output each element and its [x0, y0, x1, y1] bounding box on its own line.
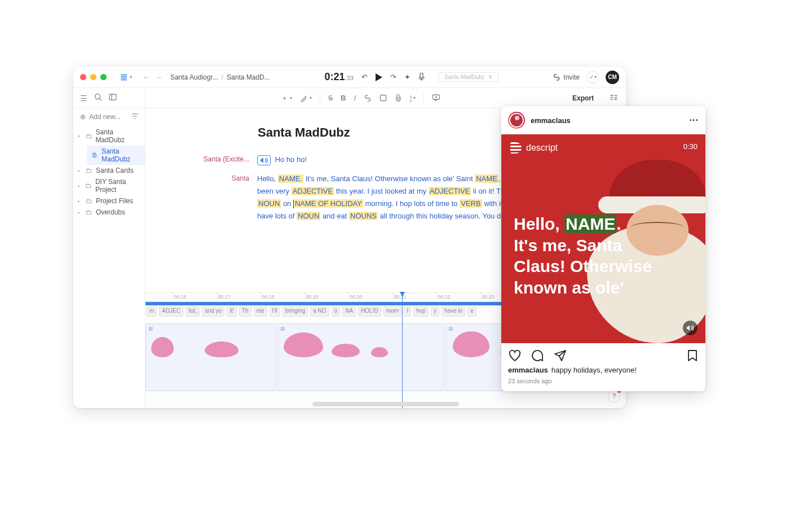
- svg-point-8: [612, 94, 613, 95]
- close-window-button[interactable]: [80, 74, 86, 80]
- add-new-label: Add new...: [89, 113, 121, 121]
- link-button[interactable]: [364, 94, 372, 102]
- speaker-label[interactable]: Santa (Excite...: [165, 154, 249, 163]
- clip-icon: ▦: [280, 326, 285, 331]
- tree-folder[interactable]: ▾ 🗀 Santa MadDubz: [73, 126, 145, 146]
- mic-button[interactable]: [418, 73, 425, 81]
- highlight-button[interactable]: ▾: [300, 94, 312, 102]
- chevron-down-icon: ▾: [130, 75, 132, 80]
- tree-label: Santa MadDubz: [96, 128, 142, 144]
- italic-button[interactable]: I: [354, 94, 356, 102]
- caret-right-icon: ▸: [78, 183, 82, 189]
- filter-button[interactable]: [131, 113, 138, 121]
- playhead[interactable]: [402, 293, 403, 408]
- bold-button[interactable]: B: [341, 94, 346, 102]
- ig-caption: emmaclaushappy holidays, everyone!: [501, 366, 705, 376]
- ig-caption-user[interactable]: emmaclaus: [508, 366, 548, 374]
- word-clip[interactable]: have lo: [442, 306, 465, 317]
- word-clip[interactable]: me: [254, 306, 267, 317]
- app-logo-icon: ≣: [120, 72, 127, 82]
- word-clip[interactable]: o: [332, 306, 341, 317]
- app-menu-button[interactable]: ≣ ▾: [118, 71, 134, 84]
- minimize-window-button[interactable]: [90, 74, 96, 80]
- ig-share-button[interactable]: [553, 349, 567, 362]
- word-clip[interactable]: ADJEC: [159, 306, 183, 317]
- ig-comment-button[interactable]: [531, 349, 544, 362]
- word-clip[interactable]: m: [147, 306, 157, 317]
- search-button[interactable]: [94, 93, 102, 103]
- invite-button[interactable]: Invite: [553, 73, 580, 81]
- invite-label: Invite: [563, 73, 580, 81]
- tree-label: Project Files: [96, 197, 133, 205]
- layout-toggle-button[interactable]: [610, 93, 618, 103]
- tree-doc-active[interactable]: 🗎 Santa MadDubz: [87, 146, 145, 165]
- tree-label: Santa MadDubz: [102, 147, 142, 163]
- ig-like-button[interactable]: [508, 349, 522, 362]
- word-clip[interactable]: it!: [227, 306, 237, 317]
- comment-button[interactable]: [432, 94, 440, 102]
- ig-media[interactable]: descript 0:30 Hello, NAME.It's me, Santa…: [501, 134, 705, 343]
- word-clip[interactable]: morn: [383, 306, 402, 317]
- ig-username[interactable]: emmaclaus: [531, 116, 571, 125]
- speaker-label[interactable]: Santa: [165, 173, 249, 182]
- word-clip[interactable]: Th: [239, 306, 251, 317]
- user-avatar[interactable]: CM: [606, 71, 619, 84]
- word-clip[interactable]: list,: [186, 306, 200, 317]
- svg-rect-2: [109, 94, 116, 100]
- ig-save-button[interactable]: [686, 349, 699, 362]
- insert-button[interactable]: ＋▾: [281, 93, 292, 103]
- strikethrough-button[interactable]: S̶: [328, 94, 333, 102]
- hamburger-button[interactable]: ☰: [80, 94, 87, 103]
- recorder-target-pill[interactable]: Santa MadDubz ⇅: [438, 72, 498, 82]
- caret-down-icon: ▾: [78, 134, 82, 139]
- help-button[interactable]: ?: [608, 390, 620, 402]
- word-clip[interactable]: a NO: [310, 306, 329, 317]
- nav-back-button[interactable]: ←: [142, 73, 150, 82]
- tree-folder[interactable]: ▸ 🗀 Overdubs: [73, 207, 145, 218]
- export-button[interactable]: Export: [572, 94, 594, 102]
- script-text[interactable]: Ho ho ho!: [275, 155, 307, 164]
- divider-button[interactable]: ¦▾: [410, 94, 416, 102]
- window-controls: [80, 74, 107, 80]
- square-button[interactable]: [379, 94, 387, 102]
- word-clip[interactable]: I: [404, 306, 411, 317]
- word-clip[interactable]: I'll: [270, 306, 280, 317]
- timecode: 0:21.33: [325, 71, 354, 83]
- descript-brand: descript: [510, 142, 558, 154]
- breadcrumb-item[interactable]: Santa MadD...: [227, 73, 270, 81]
- link-icon: [553, 73, 561, 81]
- fullscreen-window-button[interactable]: [100, 74, 107, 80]
- magic-button[interactable]: ✦: [404, 73, 411, 81]
- attach-button[interactable]: [395, 94, 402, 102]
- play-button[interactable]: [376, 73, 382, 81]
- panel-toggle-button[interactable]: [109, 93, 117, 103]
- redo-button[interactable]: ↷: [390, 73, 396, 81]
- ig-more-button[interactable]: ···: [690, 115, 699, 125]
- status-check-button[interactable]: ✓▾: [586, 71, 599, 84]
- ig-avatar: [509, 113, 524, 128]
- folder-icon: 🗀: [86, 197, 92, 205]
- tree-folder[interactable]: ▸ 🗀 Santa Cards: [73, 165, 145, 176]
- ig-action-bar: [501, 343, 705, 366]
- add-new-button[interactable]: ⊕ Add new...: [73, 108, 145, 125]
- audio-clip-icon[interactable]: [257, 155, 271, 165]
- word-clip[interactable]: and yo: [202, 306, 224, 317]
- tree-folder[interactable]: ▸ 🗀 DIY Santa Project: [73, 176, 145, 195]
- nav-forward-button[interactable]: →: [155, 73, 162, 82]
- timeline-scrollbar[interactable]: [312, 402, 459, 406]
- tree-folder[interactable]: ▸ 🗀 Project Files: [73, 195, 145, 207]
- word-clip[interactable]: HOLID: [358, 306, 381, 317]
- undo-button[interactable]: ↶: [361, 73, 368, 81]
- descript-label: descript: [526, 143, 558, 153]
- word-clip[interactable]: bringing: [283, 306, 308, 317]
- descript-logo-icon: [510, 142, 522, 154]
- word-clip[interactable]: y: [431, 306, 439, 317]
- word-clip[interactable]: NA: [342, 306, 356, 317]
- ig-audio-toggle[interactable]: [683, 321, 698, 335]
- word-clip[interactable]: hop: [413, 306, 429, 317]
- word-clip[interactable]: e: [467, 306, 476, 317]
- audio-clip[interactable]: ▦: [145, 323, 276, 391]
- breadcrumb-item[interactable]: Santa Audiogr...: [170, 73, 218, 81]
- ig-avatar-story-ring[interactable]: [508, 112, 525, 129]
- svg-point-1: [95, 94, 100, 99]
